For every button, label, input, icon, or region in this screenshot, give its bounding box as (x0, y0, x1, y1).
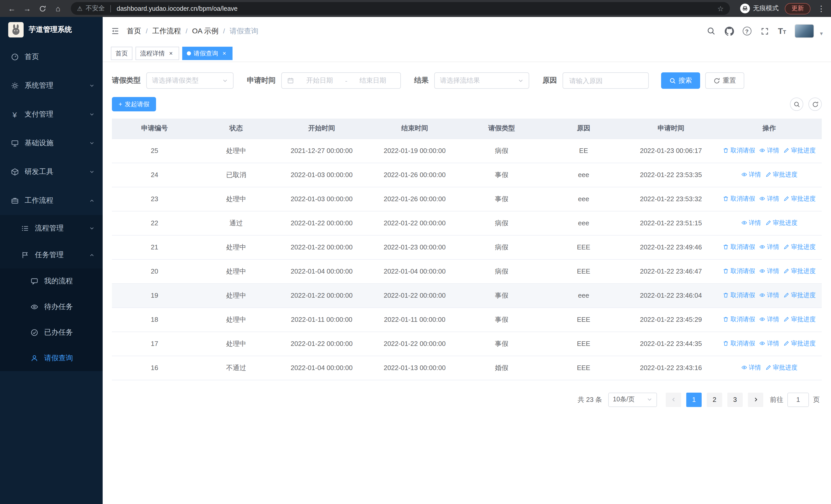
column-header-reason[interactable]: 原因 (542, 119, 625, 139)
sidebar-item-task-management[interactable]: 任务管理 (0, 242, 103, 268)
column-header-end[interactable]: 结束时间 (368, 119, 461, 139)
detail-action-link[interactable]: 详情 (759, 195, 779, 203)
prev-page-button[interactable] (666, 392, 681, 407)
sidebar-item-devtools[interactable]: 研发工具 (0, 157, 103, 186)
cancel-action-link[interactable]: 取消请假 (723, 243, 755, 251)
sidebar-item-workflow[interactable]: 工作流程 (0, 186, 103, 215)
security-label[interactable]: 不安全 (86, 4, 105, 13)
sidebar-item-system[interactable]: 系统管理 (0, 71, 103, 100)
detail-action-link[interactable]: 详情 (759, 315, 779, 324)
next-page-button[interactable] (748, 392, 763, 407)
refresh-table-button[interactable] (808, 97, 822, 111)
column-header-apply-time[interactable]: 申请时间 (625, 119, 717, 139)
cell-leave-type: 事假 (461, 187, 542, 211)
detail-action-link[interactable]: 详情 (741, 363, 761, 372)
search-icon[interactable] (707, 26, 716, 36)
breadcrumb-item-workflow[interactable]: 工作流程 (152, 26, 181, 36)
close-icon[interactable]: × (221, 50, 228, 57)
detail-action-link[interactable]: 详情 (759, 291, 779, 300)
breadcrumb-item-home[interactable]: 首页 (127, 26, 141, 36)
sidebar-item-todo-tasks[interactable]: 待办任务 (0, 294, 103, 320)
progress-action-link[interactable]: 审批进度 (783, 243, 815, 251)
goto-page-input[interactable] (787, 392, 809, 407)
cell-status: 通过 (197, 211, 275, 235)
caret-down-icon[interactable]: ▾ (820, 30, 823, 38)
sidebar-toggle-icon[interactable] (111, 27, 120, 35)
date-range-picker[interactable]: 开始日期 - 结束日期 (281, 72, 401, 89)
fullscreen-icon[interactable] (760, 26, 769, 36)
column-header-start[interactable]: 开始时间 (275, 119, 368, 139)
sidebar-item-process-management[interactable]: 流程管理 (0, 215, 103, 242)
cancel-action-link[interactable]: 取消请假 (723, 291, 755, 300)
sidebar-item-infrastructure[interactable]: 基础设施 (0, 129, 103, 157)
progress-action-link[interactable]: 审批进度 (783, 267, 815, 276)
sidebar-item-done-tasks[interactable]: 已办任务 (0, 320, 103, 346)
tag-process-detail[interactable]: 流程详情 × (136, 47, 179, 60)
page-button-3[interactable]: 3 (727, 392, 743, 407)
cell-actions: 取消请假详情审批进度 (717, 259, 822, 283)
column-header-type[interactable]: 请假类型 (461, 119, 542, 139)
column-header-status[interactable]: 状态 (197, 119, 275, 139)
reset-button[interactable]: 重置 (705, 72, 744, 89)
page-size-select[interactable]: 10条/页 (608, 392, 657, 407)
security-warning-icon: ⚠ (77, 5, 83, 12)
progress-action-link[interactable]: 审批进度 (783, 315, 815, 324)
progress-action-link[interactable]: 审批进度 (765, 363, 797, 372)
url-text[interactable]: dashboard.yudao.iocoder.cn/bpm/oa/leave (117, 5, 714, 12)
page-button-1[interactable]: 1 (686, 392, 701, 407)
detail-action-link[interactable]: 详情 (741, 170, 761, 179)
column-header-id[interactable]: 申请编号 (112, 119, 197, 139)
create-leave-button[interactable]: + 发起请假 (112, 97, 156, 111)
page-button-2[interactable]: 2 (707, 392, 722, 407)
sidebar-item-leave-query[interactable]: 请假查询 (0, 346, 103, 371)
progress-action-link[interactable]: 审批进度 (765, 170, 797, 179)
app-logo[interactable]: 芋道管理系统 (0, 17, 103, 42)
cell-application-id: 17 (112, 331, 197, 356)
address-bar[interactable]: ⚠ 不安全 dashboard.yudao.iocoder.cn/bpm/oa/… (71, 2, 730, 15)
update-button[interactable]: 更新 (785, 3, 810, 14)
back-icon[interactable]: ← (5, 2, 19, 15)
cancel-action-link[interactable]: 取消请假 (723, 339, 755, 348)
cell-end-time: 2022-01-23 00:00:00 (368, 235, 461, 259)
forward-icon[interactable]: → (21, 2, 34, 15)
browser-menu-icon[interactable]: ⋮ (816, 4, 826, 13)
progress-action-link[interactable]: 审批进度 (783, 195, 815, 203)
tag-leave-query[interactable]: 请假查询 × (182, 47, 232, 60)
detail-action-link[interactable]: 详情 (741, 219, 761, 227)
cell-leave-type: 事假 (461, 331, 542, 356)
eye-icon (30, 302, 38, 311)
search-button[interactable]: 搜索 (661, 72, 700, 89)
help-icon[interactable]: ? (742, 27, 751, 35)
github-icon[interactable] (724, 26, 734, 36)
sidebar-item-my-processes[interactable]: 我的流程 (0, 268, 103, 294)
bookmark-star-icon[interactable]: ☆ (717, 4, 724, 12)
sidebar-item-home[interactable]: 首页 (0, 42, 103, 71)
cell-status: 不通过 (197, 356, 275, 380)
toggle-search-button[interactable] (790, 97, 803, 111)
progress-action-link[interactable]: 审批进度 (783, 146, 815, 155)
detail-action-link[interactable]: 详情 (759, 146, 779, 155)
avatar[interactable] (795, 24, 814, 38)
progress-action-link[interactable]: 审批进度 (783, 339, 815, 348)
cancel-action-link[interactable]: 取消请假 (723, 195, 755, 203)
result-select[interactable]: 请选择流结果 (434, 72, 529, 89)
progress-action-link[interactable]: 审批进度 (765, 219, 797, 227)
topbar: 首页 / 工作流程 / OA 示例 / 请假查询 ? TT ▾ (103, 17, 831, 45)
close-icon[interactable]: × (167, 50, 174, 57)
reason-input[interactable] (563, 72, 649, 89)
cancel-action-link[interactable]: 取消请假 (723, 315, 755, 324)
sidebar-item-payment[interactable]: ¥ 支付管理 (0, 100, 103, 129)
font-size-icon[interactable]: TT (778, 26, 786, 36)
home-icon[interactable]: ⌂ (51, 2, 65, 15)
breadcrumb-item-oa-example[interactable]: OA 示例 (192, 26, 219, 36)
reload-icon[interactable] (36, 2, 49, 15)
tag-home[interactable]: 首页 (111, 47, 133, 60)
progress-action-link[interactable]: 审批进度 (783, 291, 815, 300)
detail-action-link[interactable]: 详情 (759, 243, 779, 251)
cancel-action-link[interactable]: 取消请假 (723, 267, 755, 276)
cell-application-id: 21 (112, 235, 197, 259)
cancel-action-link[interactable]: 取消请假 (723, 146, 755, 155)
detail-action-link[interactable]: 详情 (759, 339, 779, 348)
detail-action-link[interactable]: 详情 (759, 267, 779, 276)
leave-type-select[interactable]: 请选择请假类型 (146, 72, 233, 89)
